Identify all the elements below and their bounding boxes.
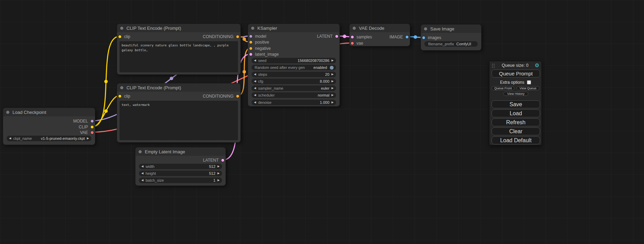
widget-sampler-name[interactable]: ◀ sampler_name euler ▶ bbox=[252, 85, 336, 91]
widget-scheduler[interactable]: ◀ scheduler normal ▶ bbox=[252, 92, 336, 98]
input-slot-model[interactable]: model bbox=[249, 34, 266, 39]
node-clip-text-encode-negative[interactable]: CLIP Text Encode (Prompt) clip CONDITION… bbox=[117, 83, 241, 143]
output-slot-conditioning[interactable]: CONDITIONING bbox=[203, 34, 239, 39]
decrement-arrow-icon[interactable]: ◀ bbox=[9, 136, 11, 141]
conditioning-port-icon[interactable] bbox=[236, 94, 239, 98]
model-port-icon[interactable] bbox=[90, 119, 94, 123]
increment-arrow-icon[interactable]: ▶ bbox=[332, 100, 334, 105]
decrement-arrow-icon[interactable]: ◀ bbox=[254, 92, 256, 98]
clip-port-icon[interactable] bbox=[118, 35, 122, 38]
clip-port-icon[interactable] bbox=[118, 94, 122, 98]
node-empty-latent-image[interactable]: Empty Latent Image LATENT ◀ width 512 ▶ … bbox=[135, 147, 226, 186]
node-save-image[interactable]: Save Image images filename_prefix ComfyU… bbox=[421, 24, 482, 51]
view-history-button[interactable]: View History bbox=[503, 92, 528, 96]
input-slot-clip[interactable]: clip bbox=[118, 34, 130, 39]
widget-cfg[interactable]: ◀ cfg 8.000 ▶ bbox=[252, 79, 336, 84]
increment-arrow-icon[interactable]: ▶ bbox=[87, 136, 89, 141]
output-slot-vae[interactable]: VAE bbox=[80, 130, 94, 135]
save-button[interactable]: Save bbox=[492, 100, 540, 108]
widget-height[interactable]: ◀ height 512 ▶ bbox=[139, 171, 222, 176]
output-slot-latent[interactable]: LATENT bbox=[317, 34, 338, 39]
negative-prompt-textarea[interactable]: text, watermark bbox=[120, 101, 238, 140]
increment-arrow-icon[interactable]: ▶ bbox=[218, 178, 220, 183]
collapse-dot-icon[interactable] bbox=[352, 26, 356, 30]
load-default-button[interactable]: Load Default bbox=[492, 136, 540, 144]
latent-port-icon[interactable] bbox=[221, 159, 224, 162]
increment-arrow-icon[interactable]: ▶ bbox=[332, 58, 334, 63]
decrement-arrow-icon[interactable]: ◀ bbox=[254, 72, 256, 77]
widget-seed[interactable]: ◀ seed 156680208700286 ▶ bbox=[252, 58, 336, 63]
output-slot-conditioning[interactable]: CONDITIONING bbox=[203, 94, 239, 99]
increment-arrow-icon[interactable]: ▶ bbox=[332, 92, 334, 98]
clip-port-icon[interactable] bbox=[90, 125, 94, 129]
input-slot-samples[interactable]: samples bbox=[351, 35, 372, 39]
extra-options-checkbox[interactable] bbox=[527, 80, 531, 84]
input-slot-images[interactable]: images bbox=[422, 35, 441, 40]
widget-batch-size[interactable]: ◀ batch_size 1 ▶ bbox=[139, 178, 222, 183]
node-ksampler[interactable]: KSampler model positive negative latent_… bbox=[248, 24, 340, 107]
queue-prompt-button[interactable]: Queue Prompt bbox=[492, 70, 540, 78]
node-clip-text-encode-positive[interactable]: CLIP Text Encode (Prompt) clip CONDITION… bbox=[117, 24, 241, 75]
widget-ckpt-name[interactable]: ◀ ckpt_name v1-5-pruned-emaonly.ckpt ▶ bbox=[7, 136, 91, 141]
conditioning-port-icon[interactable] bbox=[249, 47, 253, 50]
queue-front-button[interactable]: Queue Front bbox=[492, 86, 514, 90]
widget-denoise[interactable]: ◀ denoise 1.000 ▶ bbox=[252, 100, 336, 105]
widget-random-seed[interactable]: Random seed after every gen enabled bbox=[252, 65, 336, 70]
input-slot-vae[interactable]: vae bbox=[351, 41, 363, 46]
clear-button[interactable]: Clear bbox=[492, 127, 540, 135]
positive-prompt-textarea[interactable]: beautiful scenery nature glass bottle la… bbox=[120, 41, 238, 72]
increment-arrow-icon[interactable]: ▶ bbox=[332, 85, 334, 91]
model-port-icon[interactable] bbox=[249, 35, 253, 38]
decrement-arrow-icon[interactable]: ◀ bbox=[141, 171, 143, 176]
node-title-bar[interactable]: Empty Latent Image bbox=[135, 147, 226, 156]
decrement-arrow-icon[interactable]: ◀ bbox=[141, 178, 143, 183]
node-title-bar[interactable]: CLIP Text Encode (Prompt) bbox=[117, 24, 240, 32]
collapse-dot-icon[interactable] bbox=[251, 26, 255, 30]
decrement-arrow-icon[interactable]: ◀ bbox=[254, 79, 256, 84]
collapse-dot-icon[interactable] bbox=[424, 27, 427, 31]
latent-port-icon[interactable] bbox=[249, 53, 253, 56]
conditioning-port-icon[interactable] bbox=[249, 40, 253, 44]
increment-arrow-icon[interactable]: ▶ bbox=[218, 171, 220, 176]
decrement-arrow-icon[interactable]: ◀ bbox=[254, 100, 256, 105]
latent-port-icon[interactable] bbox=[351, 35, 354, 39]
collapse-dot-icon[interactable] bbox=[120, 26, 124, 30]
increment-arrow-icon[interactable]: ▶ bbox=[332, 79, 334, 84]
node-title-bar[interactable]: CLIP Text Encode (Prompt) bbox=[117, 83, 240, 92]
image-port-icon[interactable] bbox=[422, 36, 425, 39]
output-slot-model[interactable]: MODEL bbox=[73, 119, 94, 124]
output-slot-image[interactable]: IMAGE bbox=[389, 35, 409, 39]
decrement-arrow-icon[interactable]: ◀ bbox=[141, 164, 143, 169]
conditioning-port-icon[interactable] bbox=[236, 35, 239, 38]
input-slot-clip[interactable]: clip bbox=[118, 94, 130, 99]
node-title-bar[interactable]: Save Image bbox=[421, 25, 481, 33]
collapse-dot-icon[interactable] bbox=[120, 86, 124, 90]
input-slot-negative[interactable]: negative bbox=[249, 46, 271, 51]
output-slot-latent[interactable]: LATENT bbox=[203, 158, 224, 163]
node-title-bar[interactable]: Load Checkpoint bbox=[3, 108, 95, 116]
widget-steps[interactable]: ◀ steps 20 ▶ bbox=[252, 72, 336, 77]
collapse-dot-icon[interactable] bbox=[6, 110, 10, 114]
drag-handle-icon[interactable] bbox=[492, 63, 495, 68]
input-slot-positive[interactable]: positive bbox=[249, 40, 269, 45]
increment-arrow-icon[interactable]: ▶ bbox=[332, 72, 334, 77]
output-slot-clip[interactable]: CLIP bbox=[79, 125, 94, 129]
widget-filename-prefix[interactable]: filename_prefix ComfyUI bbox=[424, 41, 478, 47]
graph-canvas[interactable]: Load Checkpoint MODEL CLIP VAE ◀ ckpt_na… bbox=[0, 0, 644, 244]
vae-port-icon[interactable] bbox=[351, 42, 354, 45]
decrement-arrow-icon[interactable]: ◀ bbox=[254, 85, 256, 91]
decrement-arrow-icon[interactable]: ◀ bbox=[254, 58, 256, 63]
view-queue-button[interactable]: View Queue bbox=[517, 86, 539, 90]
increment-arrow-icon[interactable]: ▶ bbox=[218, 164, 220, 169]
widget-width[interactable]: ◀ width 512 ▶ bbox=[139, 164, 222, 169]
node-title-bar[interactable]: KSampler bbox=[248, 24, 339, 32]
collapse-dot-icon[interactable] bbox=[138, 150, 142, 154]
node-load-checkpoint[interactable]: Load Checkpoint MODEL CLIP VAE ◀ ckpt_na… bbox=[3, 108, 95, 145]
settings-gear-icon[interactable]: ⚙ bbox=[535, 63, 539, 68]
load-button[interactable]: Load bbox=[492, 109, 540, 117]
node-vae-decode[interactable]: VAE Decode samples vae IMAGE bbox=[349, 24, 410, 46]
random-seed-toggle-icon[interactable] bbox=[330, 66, 334, 70]
image-port-icon[interactable] bbox=[405, 35, 409, 39]
vae-port-icon[interactable] bbox=[90, 131, 94, 134]
latent-port-icon[interactable] bbox=[335, 35, 338, 38]
